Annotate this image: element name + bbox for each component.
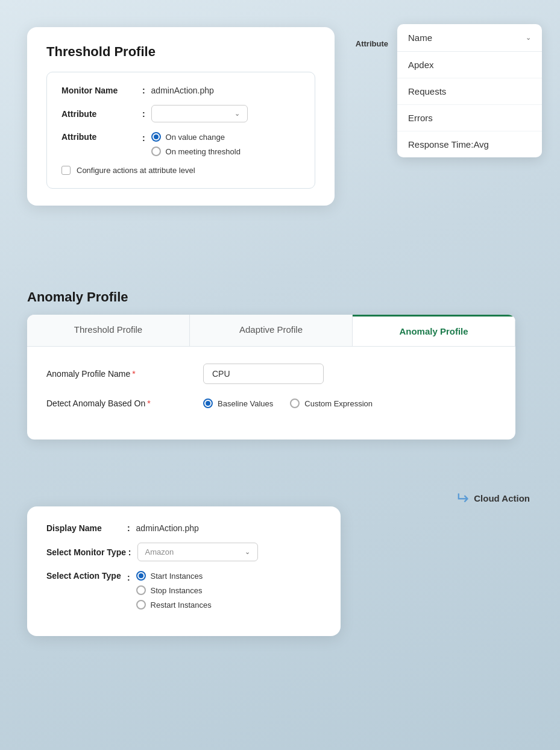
radio-start-instances-label: Start Instances <box>151 572 203 581</box>
action-type-radio-group: Start Instances Stop Instances Restart I… <box>136 571 212 610</box>
action-type-label: Select Action Type <box>46 571 125 581</box>
anomaly-section-title: Anomaly Profile <box>27 289 515 305</box>
attribute-row-2: Attribute : On value change On meeting t… <box>61 132 300 156</box>
bottom-form-card: Display Name : adminAction.php Select Mo… <box>27 506 341 636</box>
tab-anomaly-profile[interactable]: Anomaly Profile <box>353 315 515 346</box>
attribute-option-response-time[interactable]: Response Time:Avg <box>397 131 542 157</box>
monitor-type-select[interactable]: Amazon ⌄ <box>137 543 258 561</box>
radio-baseline-values-label: Baseline Values <box>218 399 273 408</box>
threshold-card-title: Threshold Profile <box>46 44 315 60</box>
monitor-name-value: adminAction.php <box>151 86 214 95</box>
display-name-label: Display Name <box>46 523 125 533</box>
configure-actions-label: Configure actions at attribute level <box>77 166 195 175</box>
cloud-action-title: Cloud Action <box>474 493 530 503</box>
anomaly-profile-name-label: Anomaly Profile Name* <box>46 369 203 379</box>
tab-adaptive-profile[interactable]: Adaptive Profile <box>190 315 353 346</box>
radio-stop-instances-indicator <box>136 585 146 595</box>
detect-anomaly-radio-group: Baseline Values Custom Expression <box>203 399 373 408</box>
attribute-colon-1: : <box>140 109 145 119</box>
attribute-row-1: Attribute : ⌄ <box>61 105 300 122</box>
monitor-type-value: Amazon <box>145 547 174 556</box>
radio-custom-expression-indicator <box>290 399 300 408</box>
attribute-colon-2: : <box>140 133 145 143</box>
attribute-label-1: Attribute <box>61 109 140 119</box>
radio-restart-instances[interactable]: Restart Instances <box>136 600 212 610</box>
attribute-dropdown-panel: Name ⌄ Apdex Requests Errors Response Ti… <box>397 24 542 157</box>
tab-threshold-profile[interactable]: Threshold Profile <box>27 315 190 346</box>
attribute-option-requests[interactable]: Requests <box>397 78 542 105</box>
configure-actions-checkbox[interactable] <box>61 166 71 175</box>
profile-name-required: * <box>132 369 135 379</box>
radio-start-instances-indicator <box>136 571 146 581</box>
radio-baseline-values-indicator <box>203 399 213 408</box>
anomaly-profile-name-row: Anomaly Profile Name* <box>46 364 496 384</box>
action-type-row: Select Action Type : Start Instances Sto… <box>46 571 321 610</box>
monitor-name-colon: : <box>140 86 145 95</box>
threshold-card-inner: Monitor Name : adminAction.php Attribute… <box>46 72 315 189</box>
chevron-down-icon: ⌄ <box>526 34 531 42</box>
radio-restart-instances-label: Restart Instances <box>151 600 212 610</box>
radio-start-instances[interactable]: Start Instances <box>136 571 212 581</box>
radio-stop-instances[interactable]: Stop Instances <box>136 585 212 595</box>
radio-restart-instances-indicator <box>136 600 146 610</box>
anomaly-profile-section: Anomaly Profile Threshold Profile Adapti… <box>27 289 515 440</box>
detect-anomaly-label: Detect Anomaly Based On* <box>46 399 203 408</box>
attribute-panel-header[interactable]: Name ⌄ <box>397 24 542 52</box>
monitor-type-chevron: ⌄ <box>245 548 250 556</box>
attribute-label-2: Attribute <box>61 132 140 142</box>
attribute-select[interactable]: ⌄ <box>151 105 248 122</box>
curved-arrow-icon: ↵ <box>455 488 469 508</box>
anomaly-form: Anomaly Profile Name* Detect Anomaly Bas… <box>27 347 515 440</box>
attribute-panel-header-text: Name <box>408 33 432 43</box>
monitor-name-row: Monitor Name : adminAction.php <box>61 86 300 95</box>
radio-on-value-change-label: On value change <box>166 133 225 142</box>
action-type-colon: : <box>125 573 130 582</box>
attribute-top-label: Attribute <box>356 39 388 48</box>
display-name-colon: : <box>125 523 130 533</box>
radio-on-meeting-threshold-indicator <box>151 147 161 156</box>
monitor-type-label: Select Monitor Type <box>46 547 126 557</box>
display-name-row: Display Name : adminAction.php <box>46 523 321 533</box>
attribute-radio-group: On value change On meeting threshold <box>151 132 241 156</box>
cloud-action-header: ↵ Cloud Action <box>455 488 530 508</box>
monitor-type-colon: : <box>126 547 131 557</box>
anomaly-profile-name-input[interactable] <box>203 364 324 384</box>
detect-required: * <box>147 399 150 408</box>
anomaly-profile-card: Threshold Profile Adaptive Profile Anoma… <box>27 315 515 440</box>
monitor-name-label: Monitor Name <box>61 86 140 95</box>
radio-on-meeting-threshold[interactable]: On meeting threshold <box>151 147 241 156</box>
attribute-option-errors[interactable]: Errors <box>397 105 542 131</box>
radio-on-value-change[interactable]: On value change <box>151 132 241 142</box>
radio-custom-expression-label: Custom Expression <box>304 399 373 408</box>
radio-custom-expression[interactable]: Custom Expression <box>290 399 373 408</box>
radio-stop-instances-label: Stop Instances <box>151 586 203 595</box>
radio-on-value-change-indicator <box>151 132 161 142</box>
threshold-profile-card: Threshold Profile Monitor Name : adminAc… <box>27 27 335 206</box>
attribute-select-chevron: ⌄ <box>234 110 240 118</box>
anomaly-tabs-row: Threshold Profile Adaptive Profile Anoma… <box>27 315 515 347</box>
radio-baseline-values[interactable]: Baseline Values <box>203 399 273 408</box>
cloud-action-wrapper: ↵ Cloud Action Critical Warning Clear <box>455 488 530 512</box>
radio-on-meeting-threshold-label: On meeting threshold <box>166 147 241 156</box>
monitor-type-row: Select Monitor Type : Amazon ⌄ <box>46 543 321 561</box>
display-name-value: adminAction.php <box>136 523 199 533</box>
attribute-option-apdex[interactable]: Apdex <box>397 52 542 78</box>
configure-actions-row[interactable]: Configure actions at attribute level <box>61 166 300 175</box>
detect-anomaly-row: Detect Anomaly Based On* Baseline Values… <box>46 399 496 408</box>
